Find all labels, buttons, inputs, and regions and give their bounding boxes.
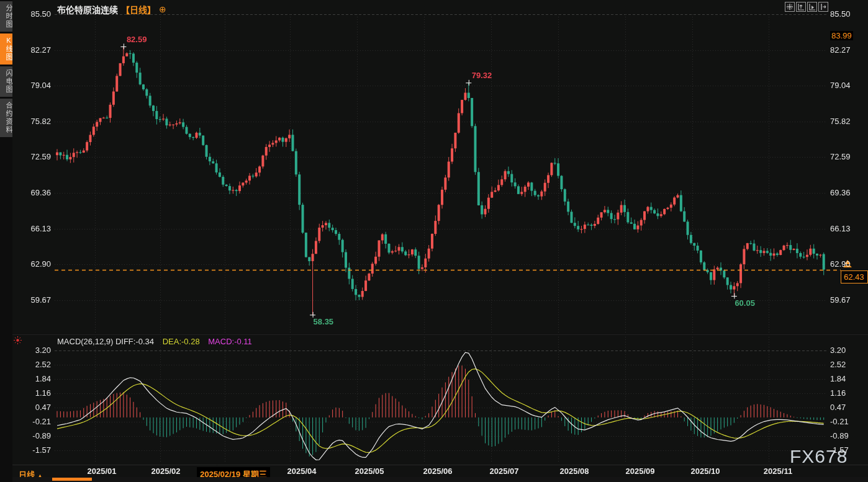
price-annotation-low: 58.35 (314, 317, 334, 326)
price-axis-label-right: 72.59 (830, 152, 857, 161)
candlestick-macd-chart-canvas[interactable] (0, 0, 868, 482)
macd-axis-label-left: 3.20 (24, 346, 51, 355)
instrument-title: 布伦特原油连续 (57, 3, 118, 16)
macd-axis-label-right: 2.52 (830, 360, 857, 369)
macd-axis-label-right: 1.16 (830, 388, 857, 398)
macd-indicator-header: MACD(26,12,9) DIFF:-0.34 DEA:-0.28 MACD:… (57, 337, 252, 346)
y-axis-scale-button[interactable] (796, 2, 806, 12)
export-button[interactable] (818, 2, 828, 12)
y-axis-scale-icon (797, 3, 805, 11)
chart-toolbar (785, 2, 828, 12)
chart-type-sidebar: 分时图 K线图 闪电图 合约资料 (0, 0, 12, 482)
last-price-badge: 62.43 (841, 270, 868, 283)
macd-axis-label-left: 2.52 (24, 360, 51, 369)
x-axis-month-label: 2025/06 (423, 466, 453, 476)
macd-axis-label-left: -0.21 (24, 417, 51, 426)
macd-axis-label-left: 1.84 (24, 374, 51, 383)
export-right-icon (820, 3, 827, 11)
macd-axis-label-left: -1.57 (24, 445, 51, 455)
sidebar-item-lightning-chart[interactable]: 闪电图 (0, 66, 12, 97)
period-high-marker: 83.99 (830, 31, 853, 40)
macd-axis-label-right: -0.21 (830, 417, 857, 426)
settings-gear-icon[interactable]: ⊕ (159, 4, 166, 14)
x-axis-month-label: 2025/04 (287, 466, 317, 476)
x-axis-month-label: 2025/05 (355, 466, 384, 476)
sidebar-item-kline-chart[interactable]: K线图 (0, 33, 12, 65)
futures-chart-app: 分时图 K线图 闪电图 合约资料 布伦特原油连续 【日线】 ⊕ (0, 0, 868, 482)
timeline-scrollbar-thumb[interactable] (52, 478, 92, 481)
x-axis-play-button[interactable] (807, 2, 817, 12)
price-axis-label-left: 72.59 (24, 152, 51, 161)
crosshair-tool-button[interactable] (785, 2, 795, 12)
price-axis-label-right: 79.04 (830, 81, 857, 90)
price-axis-label-left: 62.90 (24, 259, 51, 269)
sidebar-item-contract-info[interactable]: 合约资料 (0, 99, 12, 137)
x-axis-month-label: 2025/09 (626, 466, 655, 476)
chart-title-row: 布伦特原油连续 【日线】 ⊕ (57, 3, 166, 16)
timeline-scrollbar-track[interactable] (12, 477, 868, 482)
price-axis-label-right: 82.27 (830, 45, 857, 55)
price-axis-label-right: 69.36 (830, 188, 857, 197)
x-axis-play-icon (808, 3, 816, 11)
macd-axis-label-left: 1.16 (24, 388, 51, 398)
macd-diff-value: MACD(26,12,9) DIFF:-0.34 (57, 337, 154, 346)
macd-axis-label-right: 1.84 (830, 374, 857, 383)
macd-axis-label-right: 0.47 (830, 403, 857, 412)
x-axis-month-label: 2025/11 (764, 466, 792, 476)
x-axis-month-label: 2025/08 (560, 466, 589, 476)
x-axis-month-label: 2025/02 (151, 466, 181, 476)
price-axis-label-left: 59.67 (24, 295, 51, 305)
macd-axis-label-left: 0.47 (24, 403, 51, 412)
x-axis-month-label: 2025/01 (88, 466, 117, 476)
macd-axis-label-right: -1.57 (830, 445, 857, 455)
price-axis-label-left: 85.50 (24, 9, 51, 19)
price-annotation-low: 60.05 (735, 298, 755, 308)
macd-axis-label-left: -0.89 (24, 431, 51, 440)
price-axis-label-left: 66.13 (24, 224, 51, 233)
price-axis-label-left: 69.36 (24, 188, 51, 197)
live-indicator-icon[interactable] (13, 336, 22, 347)
macd-axis-label-right: 3.20 (830, 346, 857, 355)
sidebar-item-timeline-chart[interactable]: 分时图 (0, 1, 12, 32)
period-tag: 【日线】 (121, 3, 156, 16)
price-axis-label-right: 85.50 (830, 9, 857, 19)
price-axis-label-right: 59.67 (830, 295, 857, 305)
macd-hist-value: MACD:-0.11 (208, 337, 252, 346)
macd-dea-value: DEA:-0.28 (163, 337, 200, 346)
price-annotation-high: 79.32 (472, 71, 492, 80)
crosshair-icon (786, 3, 793, 11)
x-axis-month-label: 2025/07 (490, 466, 519, 476)
price-axis-label-left: 79.04 (24, 81, 51, 90)
price-axis-label-left: 75.82 (24, 117, 51, 126)
price-axis-label-right: 75.82 (830, 117, 857, 126)
price-annotation-high: 82.59 (127, 35, 147, 44)
price-axis-label-left: 82.27 (24, 45, 51, 55)
price-axis-label-right: 66.13 (830, 224, 857, 233)
macd-axis-label-right: -0.89 (830, 431, 857, 440)
x-axis-month-label: 2025/10 (691, 466, 720, 476)
price-axis-label-right: 62.90 (830, 259, 857, 269)
